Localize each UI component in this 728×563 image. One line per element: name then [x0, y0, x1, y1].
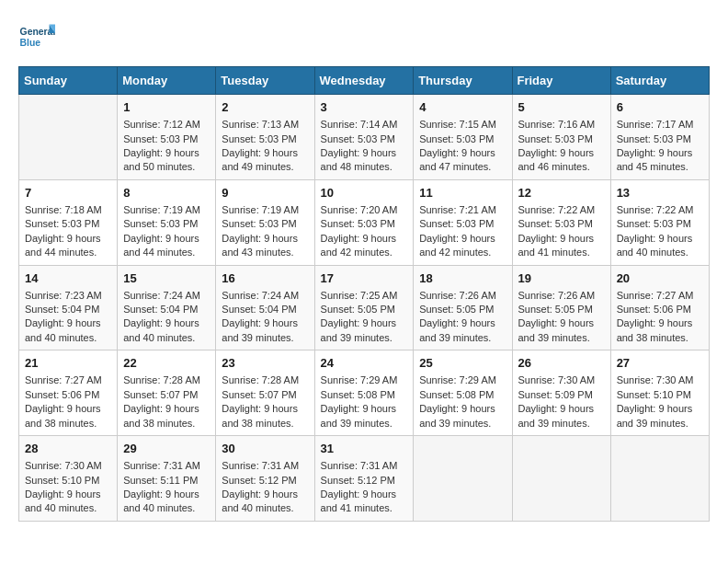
day-info: Sunrise: 7:29 AM Sunset: 5:08 PM Dayligh…: [321, 373, 408, 431]
day-number: 30: [222, 441, 308, 457]
day-number: 27: [617, 355, 703, 372]
column-header-wednesday: Wednesday: [314, 67, 414, 95]
column-header-friday: Friday: [512, 67, 610, 95]
day-info: Sunrise: 7:30 AM Sunset: 5:10 PM Dayligh…: [617, 373, 703, 431]
calendar-header-row: SundayMondayTuesdayWednesdayThursdayFrid…: [19, 67, 710, 95]
day-info: Sunrise: 7:27 AM Sunset: 5:06 PM Dayligh…: [25, 373, 111, 431]
calendar-cell: 17Sunrise: 7:25 AM Sunset: 5:05 PM Dayli…: [314, 265, 414, 350]
calendar-cell: 27Sunrise: 7:30 AM Sunset: 5:10 PM Dayli…: [610, 350, 709, 436]
calendar-cell: 10Sunrise: 7:20 AM Sunset: 5:03 PM Dayli…: [314, 179, 414, 265]
calendar-cell: 31Sunrise: 7:31 AM Sunset: 5:12 PM Dayli…: [314, 436, 414, 522]
day-number: 23: [222, 355, 308, 372]
day-info: Sunrise: 7:23 AM Sunset: 5:04 PM Dayligh…: [25, 289, 111, 346]
day-number: 12: [518, 185, 605, 201]
day-number: 1: [123, 99, 210, 116]
day-number: 5: [518, 99, 605, 116]
day-number: 28: [25, 441, 111, 457]
day-info: Sunrise: 7:29 AM Sunset: 5:08 PM Dayligh…: [419, 373, 506, 431]
calendar-cell: 26Sunrise: 7:30 AM Sunset: 5:09 PM Dayli…: [512, 350, 610, 436]
calendar-cell: 4Sunrise: 7:15 AM Sunset: 5:03 PM Daylig…: [414, 95, 512, 180]
calendar-cell: 28Sunrise: 7:30 AM Sunset: 5:10 PM Dayli…: [19, 436, 118, 522]
calendar-cell: 7Sunrise: 7:18 AM Sunset: 5:03 PM Daylig…: [19, 179, 118, 265]
day-info: Sunrise: 7:19 AM Sunset: 5:03 PM Dayligh…: [123, 203, 210, 260]
day-info: Sunrise: 7:27 AM Sunset: 5:06 PM Dayligh…: [617, 289, 703, 346]
day-info: Sunrise: 7:17 AM Sunset: 5:03 PM Dayligh…: [617, 118, 703, 175]
day-info: Sunrise: 7:30 AM Sunset: 5:09 PM Dayligh…: [518, 373, 605, 431]
day-info: Sunrise: 7:28 AM Sunset: 5:07 PM Dayligh…: [222, 373, 308, 431]
calendar-cell: 3Sunrise: 7:14 AM Sunset: 5:03 PM Daylig…: [314, 95, 414, 180]
calendar-cell: 30Sunrise: 7:31 AM Sunset: 5:12 PM Dayli…: [216, 436, 314, 522]
calendar-cell: 22Sunrise: 7:28 AM Sunset: 5:07 PM Dayli…: [118, 350, 216, 436]
day-number: 4: [419, 99, 506, 116]
calendar-cell: 15Sunrise: 7:24 AM Sunset: 5:04 PM Dayli…: [118, 265, 216, 350]
calendar-cell: 23Sunrise: 7:28 AM Sunset: 5:07 PM Dayli…: [216, 350, 314, 436]
day-info: Sunrise: 7:28 AM Sunset: 5:07 PM Dayligh…: [123, 373, 210, 431]
calendar-cell: [19, 95, 118, 180]
day-number: 31: [321, 441, 408, 457]
day-info: Sunrise: 7:30 AM Sunset: 5:10 PM Dayligh…: [25, 459, 111, 516]
day-number: 16: [222, 270, 308, 287]
calendar-header: SundayMondayTuesdayWednesdayThursdayFrid…: [19, 67, 710, 95]
day-info: Sunrise: 7:24 AM Sunset: 5:04 PM Dayligh…: [222, 289, 308, 346]
calendar-cell: 1Sunrise: 7:12 AM Sunset: 5:03 PM Daylig…: [118, 95, 216, 180]
calendar-cell: 11Sunrise: 7:21 AM Sunset: 5:03 PM Dayli…: [414, 179, 512, 265]
svg-text:Blue: Blue: [20, 38, 41, 48]
day-number: 9: [222, 185, 308, 201]
day-number: 22: [123, 355, 210, 372]
calendar-cell: 24Sunrise: 7:29 AM Sunset: 5:08 PM Dayli…: [314, 350, 414, 436]
calendar-cell: 19Sunrise: 7:26 AM Sunset: 5:05 PM Dayli…: [512, 265, 610, 350]
day-info: Sunrise: 7:22 AM Sunset: 5:03 PM Dayligh…: [617, 203, 703, 260]
calendar-cell: 25Sunrise: 7:29 AM Sunset: 5:08 PM Dayli…: [414, 350, 512, 436]
day-info: Sunrise: 7:24 AM Sunset: 5:04 PM Dayligh…: [123, 289, 210, 346]
calendar-cell: 13Sunrise: 7:22 AM Sunset: 5:03 PM Dayli…: [610, 179, 709, 265]
day-info: Sunrise: 7:21 AM Sunset: 5:03 PM Dayligh…: [419, 203, 506, 260]
day-number: 3: [321, 99, 408, 116]
calendar-cell: 6Sunrise: 7:17 AM Sunset: 5:03 PM Daylig…: [610, 95, 709, 180]
calendar-cell: 18Sunrise: 7:26 AM Sunset: 5:05 PM Dayli…: [414, 265, 512, 350]
day-number: 10: [321, 185, 408, 201]
calendar-cell: 8Sunrise: 7:19 AM Sunset: 5:03 PM Daylig…: [118, 179, 216, 265]
day-info: Sunrise: 7:18 AM Sunset: 5:03 PM Dayligh…: [25, 203, 111, 260]
day-info: Sunrise: 7:25 AM Sunset: 5:05 PM Dayligh…: [321, 289, 408, 346]
calendar-cell: [512, 436, 610, 522]
calendar-week-row: 1Sunrise: 7:12 AM Sunset: 5:03 PM Daylig…: [19, 95, 710, 180]
day-info: Sunrise: 7:31 AM Sunset: 5:12 PM Dayligh…: [321, 459, 408, 516]
day-number: 11: [419, 185, 506, 201]
column-header-monday: Monday: [118, 67, 216, 95]
calendar-cell: 20Sunrise: 7:27 AM Sunset: 5:06 PM Dayli…: [610, 265, 709, 350]
day-info: Sunrise: 7:13 AM Sunset: 5:03 PM Dayligh…: [222, 118, 308, 175]
column-header-thursday: Thursday: [414, 67, 512, 95]
day-info: Sunrise: 7:15 AM Sunset: 5:03 PM Dayligh…: [419, 118, 506, 175]
column-header-tuesday: Tuesday: [216, 67, 314, 95]
calendar-cell: 21Sunrise: 7:27 AM Sunset: 5:06 PM Dayli…: [19, 350, 118, 436]
day-number: 18: [419, 270, 506, 287]
day-number: 24: [321, 355, 408, 372]
calendar-table: SundayMondayTuesdayWednesdayThursdayFrid…: [18, 66, 710, 522]
day-info: Sunrise: 7:16 AM Sunset: 5:03 PM Dayligh…: [518, 118, 605, 175]
day-info: Sunrise: 7:14 AM Sunset: 5:03 PM Dayligh…: [321, 118, 408, 175]
calendar-cell: 9Sunrise: 7:19 AM Sunset: 5:03 PM Daylig…: [216, 179, 314, 265]
day-number: 19: [518, 270, 605, 287]
day-number: 20: [617, 270, 703, 287]
day-number: 29: [123, 441, 210, 457]
day-info: Sunrise: 7:31 AM Sunset: 5:12 PM Dayligh…: [222, 459, 308, 516]
day-number: 6: [617, 99, 703, 116]
day-number: 13: [617, 185, 703, 201]
calendar-week-row: 7Sunrise: 7:18 AM Sunset: 5:03 PM Daylig…: [19, 179, 710, 265]
day-info: Sunrise: 7:20 AM Sunset: 5:03 PM Dayligh…: [321, 203, 408, 260]
day-info: Sunrise: 7:12 AM Sunset: 5:03 PM Dayligh…: [123, 118, 210, 175]
day-number: 17: [321, 270, 408, 287]
calendar-cell: 12Sunrise: 7:22 AM Sunset: 5:03 PM Dayli…: [512, 179, 610, 265]
day-number: 14: [25, 270, 111, 287]
column-header-saturday: Saturday: [610, 67, 709, 95]
day-number: 8: [123, 185, 210, 201]
calendar-cell: 29Sunrise: 7:31 AM Sunset: 5:11 PM Dayli…: [118, 436, 216, 522]
calendar-cell: 2Sunrise: 7:13 AM Sunset: 5:03 PM Daylig…: [216, 95, 314, 180]
calendar-week-row: 28Sunrise: 7:30 AM Sunset: 5:10 PM Dayli…: [19, 436, 710, 522]
calendar-cell: [610, 436, 709, 522]
calendar-cell: 16Sunrise: 7:24 AM Sunset: 5:04 PM Dayli…: [216, 265, 314, 350]
day-number: 25: [419, 355, 506, 372]
calendar-cell: 5Sunrise: 7:16 AM Sunset: 5:03 PM Daylig…: [512, 95, 610, 180]
day-info: Sunrise: 7:26 AM Sunset: 5:05 PM Dayligh…: [518, 289, 605, 346]
day-info: Sunrise: 7:26 AM Sunset: 5:05 PM Dayligh…: [419, 289, 506, 346]
